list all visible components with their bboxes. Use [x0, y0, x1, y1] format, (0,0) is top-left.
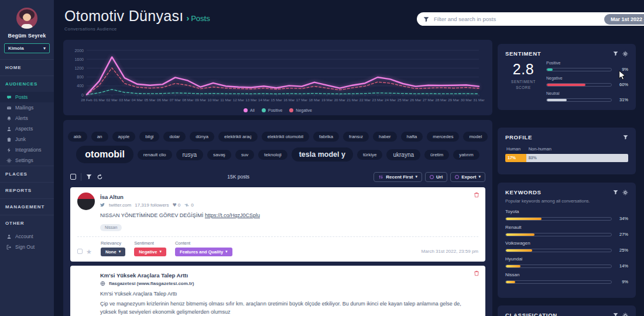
post-link[interactable]: https://t.co/HqzJ0CSplu	[205, 212, 260, 218]
keyword-label: Volkswagen	[505, 241, 628, 246]
sidebar-item-account[interactable]: Account	[0, 231, 54, 242]
profile-segment-human[interactable]: 17%	[505, 154, 526, 162]
cloud-tag-teknoloji[interactable]: teknoloji	[258, 150, 287, 160]
post-tag-nissan[interactable]: Nissan	[100, 224, 122, 231]
cloud-tag-otomobil[interactable]: otomobil	[76, 146, 133, 163]
filter-icon[interactable]	[623, 135, 628, 140]
keyword-row-nissan: Nissan9%	[505, 272, 628, 284]
svg-text:0: 0	[81, 93, 84, 97]
cloud-tag-bilgi[interactable]: bilgi	[139, 132, 159, 142]
cloud-tag-haber[interactable]: haber	[373, 132, 396, 142]
retweets-count: 0	[191, 202, 193, 208]
sort-button-label: Recent First	[386, 174, 413, 180]
sidebar-item-alerts[interactable]: Alerts	[0, 113, 54, 123]
cloud-row: otomobilrenault cliorusyasavaşsuvteknolo…	[63, 146, 492, 163]
sidebar-item-junk[interactable]: Junk	[0, 134, 54, 145]
sidebar-item-posts[interactable]: Posts	[0, 92, 54, 102]
workspace-select[interactable]: Kimola ▾	[4, 43, 50, 53]
svg-text:09 Mar: 09 Mar	[195, 98, 206, 102]
trash-icon[interactable]	[474, 192, 479, 198]
sidebar-item-label: Mailings	[15, 105, 33, 111]
cloud-tag-renault-clio[interactable]: renault clio	[138, 150, 172, 160]
sidebar-item-label: Sign Out	[15, 244, 35, 250]
svg-text:12 Mar: 12 Mar	[233, 98, 244, 102]
post-relevancy-button[interactable]: None▾	[101, 248, 125, 256]
post-sentiment-button[interactable]: Negative▾	[134, 248, 166, 256]
legend-item-negative[interactable]: Negative	[289, 108, 312, 112]
cloud-tag-apple[interactable]: apple	[112, 132, 136, 142]
legend-item-positive[interactable]: Positive	[262, 108, 283, 112]
cloud-tag-suv[interactable]: suv	[235, 150, 254, 160]
cloud-tag-ald[interactable]: aldı	[68, 132, 87, 142]
cloud-tag-elektrikli-ara[interactable]: elektrikli araç	[218, 132, 258, 142]
export-button[interactable]: Export ▾	[450, 172, 485, 182]
sidebar-item-aspects[interactable]: Aspects	[0, 123, 54, 134]
sidebar-section-reports[interactable]: REPORTS	[0, 182, 54, 198]
avatar[interactable]	[16, 8, 37, 29]
sidebar-item-settings[interactable]: Settings	[0, 155, 54, 166]
breadcrumb-current[interactable]: Posts	[191, 14, 210, 23]
cloud-tag-t-rkiye[interactable]: türkiye	[357, 150, 383, 160]
post-checkbox[interactable]	[77, 249, 83, 254]
profile-bar: 17%83%	[505, 154, 628, 162]
filter-icon[interactable]	[613, 51, 618, 56]
profile-segment-non-human[interactable]: 83%	[526, 154, 628, 162]
twitter-icon	[100, 202, 105, 208]
cloud-tag-fabrika[interactable]: fabrika	[313, 132, 339, 142]
gear-icon[interactable]	[622, 190, 628, 195]
cloud-tag-dolar[interactable]: dolar	[163, 132, 186, 142]
cloud-tag-model[interactable]: model	[463, 132, 488, 142]
keyword-bar-track	[505, 265, 612, 268]
gear-icon[interactable]	[622, 51, 628, 57]
cloud-tag-elektrikli-otomobil[interactable]: elektrikli otomobil	[262, 132, 309, 142]
avatar-face	[23, 13, 31, 21]
post-content-button[interactable]: Features and Quality▾	[175, 248, 232, 256]
user-icon	[6, 126, 12, 132]
svg-text:03 Mar: 03 Mar	[119, 98, 130, 102]
sentiment-bar-row: 9%	[546, 67, 628, 72]
sidebar-section-home[interactable]: HOME	[0, 59, 54, 75]
cloud-tag-retim[interactable]: üretim	[424, 150, 449, 160]
cloud-tag-an[interactable]: an	[91, 132, 108, 142]
svg-text:23 Mar: 23 Mar	[372, 98, 383, 102]
legend-item-all[interactable]: All	[244, 108, 255, 112]
cloud-tag-tesla-model-y[interactable]: tesla model y	[292, 147, 353, 162]
select-all-checkbox[interactable]	[70, 174, 76, 180]
search-bar: Mar 1st 2022 - Mar 31st 2022	[417, 12, 644, 26]
sidebar-section-other[interactable]: OTHER	[0, 215, 54, 231]
sidebar-section-places[interactable]: PLACES	[0, 166, 54, 182]
filter-icon[interactable]	[86, 174, 92, 180]
cloud-tag-d-nya[interactable]: dünya	[190, 132, 214, 142]
sidebar-item-label: Alerts	[15, 115, 28, 121]
date-range-chip[interactable]: Mar 1st 2022 - Mar 31st 2022	[604, 14, 644, 25]
chevron-down-icon: ▾	[43, 46, 46, 51]
sidebar-item-sign-out[interactable]: Sign Out	[0, 242, 54, 252]
trash-icon[interactable]	[474, 270, 479, 276]
cloud-tag-hafta[interactable]: hafta	[401, 132, 423, 142]
post-date: March 31st 2022, 23:59 pm	[422, 249, 478, 256]
filter-icon[interactable]	[613, 190, 618, 195]
url-button[interactable]: Url	[425, 172, 447, 182]
svg-text:25 Mar: 25 Mar	[398, 98, 409, 102]
filter-icon[interactable]	[613, 312, 618, 316]
sidebar-item-mailings[interactable]: Mailings	[0, 102, 54, 113]
cloud-tag-ukrayna[interactable]: ukrayna	[386, 149, 420, 160]
sidebar-menu: HOMEAUDIENCESPostsMailingsAlertsAspectsJ…	[0, 59, 54, 252]
refresh-icon[interactable]	[97, 174, 103, 180]
keyword-row-volkswagen: Volkswagen25%	[505, 241, 628, 253]
sentiment-bars: Positive9%Negative60%Neutral31%	[546, 61, 628, 107]
search-input[interactable]	[434, 16, 604, 22]
post-card: Km'si Yüksek Araçlara Talep Arttıflasgaz…	[70, 266, 485, 316]
sidebar-section-management[interactable]: MANAGEMENT	[0, 198, 54, 215]
cloud-tag-sava[interactable]: savaş	[207, 150, 231, 160]
post-row: Km'si Yüksek Araçlara Talep Arttıflasgaz…	[77, 271, 478, 316]
sidebar-item-integrations[interactable]: Integrations	[0, 145, 54, 155]
sort-button[interactable]: Recent First ▾	[374, 172, 422, 182]
svg-text:22 Mar: 22 Mar	[359, 98, 371, 102]
cloud-tag-mercedes[interactable]: mercedes	[427, 132, 459, 142]
cloud-tag-rusya[interactable]: rusya	[176, 149, 203, 160]
star-icon[interactable]: ★	[86, 248, 92, 256]
cloud-tag-yat-r-m[interactable]: yatırım	[453, 150, 479, 160]
cloud-tag-frans-z[interactable]: fransız	[343, 132, 369, 142]
gear-icon[interactable]	[622, 312, 628, 316]
